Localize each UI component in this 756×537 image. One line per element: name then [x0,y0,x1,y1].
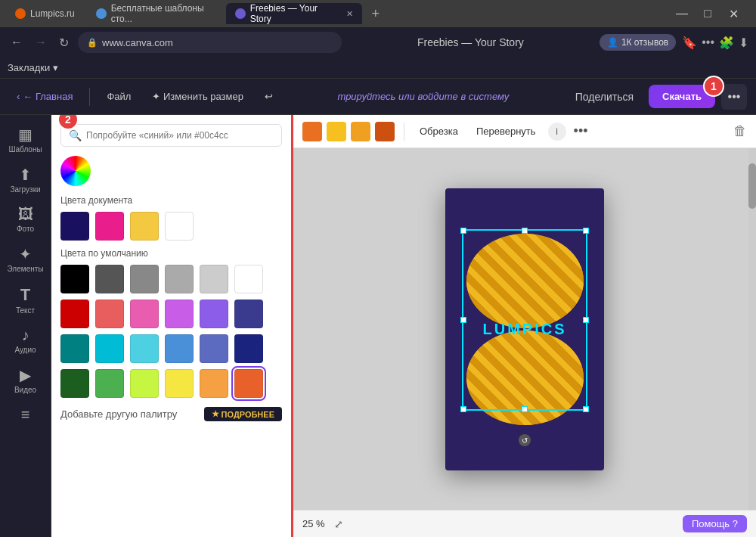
color-white[interactable] [234,265,263,293]
color-red[interactable] [60,300,89,328]
tab-canva[interactable]: Freebies — Your Story ✕ [226,3,362,24]
tab-lumpics[interactable]: Lumpics.ru [6,3,84,24]
sidebar-item-uploads[interactable]: ⬆ Загрузки [3,161,48,198]
info-button[interactable]: i [548,123,566,141]
color-indigo[interactable] [200,334,228,363]
doc-color-3[interactable] [130,212,159,241]
share-label: Поделиться [575,91,634,103]
back-button[interactable]: ← [8,33,26,52]
canvas-scrollbar-thumb[interactable] [748,163,756,209]
tab-close-3[interactable]: ✕ [346,9,353,19]
canvas-swatch-1[interactable] [302,122,322,141]
canvas-swatch-2[interactable] [327,122,346,141]
flip-button[interactable]: Перевернуть [470,123,542,140]
tab-label-1: Lumpics.ru [30,8,75,19]
color-teal[interactable] [60,334,89,363]
color-dark-blue[interactable] [234,300,263,328]
color-sky-blue[interactable] [165,334,194,363]
canvas-scrollbar[interactable] [748,148,756,510]
url-box[interactable]: 🔒 www.canva.com [78,32,342,53]
share-button[interactable]: Поделиться [566,86,643,107]
sidebar-item-elements[interactable]: ✦ Элементы [3,241,48,278]
sidebar-item-photos[interactable]: 🖼 Фото [3,201,48,237]
design-canvas[interactable]: LUMPICS [445,188,604,470]
sidebar-item-video[interactable]: ▶ Видео [3,362,48,399]
canvas-more-button[interactable]: ••• [574,123,588,139]
color-black[interactable] [60,265,89,293]
forward-button[interactable]: → [32,33,50,52]
extensions-icon[interactable]: 🧩 [719,36,734,50]
color-hot-pink[interactable] [130,300,159,328]
resize-label: ✦ Изменить размер [152,91,243,102]
color-dark-gray[interactable] [95,265,124,293]
more-options-icon[interactable]: ••• [702,36,714,50]
color-dark-green[interactable] [60,369,89,398]
file-button[interactable]: Файл [99,86,138,107]
color-search-input[interactable] [86,130,274,141]
color-yellow[interactable] [165,369,194,398]
canvas-toolbar: Обрезка Перевернуть i ••• 🗑 [293,115,756,148]
delete-button[interactable]: 🗑 [733,123,747,139]
sidebar-item-templates[interactable]: ▦ Шаблоны [3,121,48,158]
resize-button[interactable]: ✦ Изменить размер [144,86,251,107]
canvas-bottom-bar: 25 % ⤢ Помощь ? [293,510,756,537]
color-gray[interactable] [130,265,159,293]
tab-templates[interactable]: Бесплатные шаблоны сто... [87,3,223,24]
sidebar-item-audio[interactable]: ♪ Аудио [3,322,48,359]
reviews-icon: 👤 [607,37,618,48]
color-light-cyan[interactable] [130,334,159,363]
expand-button[interactable]: ⤢ [334,518,343,530]
doc-color-2[interactable] [95,212,124,241]
color-medium-gray[interactable] [165,265,194,293]
color-cyan[interactable] [95,334,124,363]
tab-label-3: Freebies — Your Story [250,3,339,24]
elements-icon: ✦ [19,245,32,263]
help-button[interactable]: Помощь ? [683,515,747,532]
color-orchid[interactable] [165,300,194,328]
browser-maximize-button[interactable]: □ [697,3,718,24]
crop-button[interactable]: Обрезка [414,123,464,140]
reload-button[interactable]: ↻ [56,33,72,53]
color-green[interactable] [95,369,124,398]
toolbar-separator-1 [89,88,90,106]
browser-close-button[interactable]: ✕ [723,3,744,24]
color-medium-purple[interactable] [200,300,228,328]
text-icon: T [20,285,30,305]
color-yellow-green[interactable] [130,369,159,398]
color-amber[interactable] [200,369,228,398]
reviews-button[interactable]: 👤 1К отзывов [600,34,676,51]
bookmark-icon[interactable]: 🔖 [682,36,697,50]
more-details-button[interactable]: ★ ПОДРОБНЕЕ [204,407,282,421]
more-options-button[interactable]: ••• [721,84,747,110]
rainbow-color-picker[interactable] [60,156,91,186]
trial-link[interactable]: трируйтесь или войдите в систему [287,91,560,102]
new-tab-button[interactable]: + [365,3,386,24]
color-search-box[interactable]: 🔍 [60,124,282,147]
tab-favicon-1 [15,8,26,19]
video-icon: ▶ [20,366,31,384]
back-home-button[interactable]: ‹ ← Главная [9,86,80,107]
download-icon[interactable]: ⬇ [739,36,748,50]
color-panel: 2 🔍 Цвета документа Цвета по умолчанию [51,115,293,537]
color-orange[interactable] [234,369,263,398]
sidebar-item-text[interactable]: T Текст [3,281,48,319]
home-label: ← Главная [23,91,73,102]
undo-button[interactable]: ↩ [257,86,280,107]
canvas-swatch-4[interactable] [375,122,395,141]
doc-color-1[interactable] [60,212,89,241]
add-palette-row: Добавьте другую палитру ★ ПОДРОБНЕЕ [60,407,282,421]
help-label: Помощь ? [692,518,738,529]
lumpics-text: LUMPICS [483,321,567,338]
rotate-handle[interactable]: ↺ [519,434,531,446]
browser-minimize-button[interactable]: — [671,3,692,24]
color-salmon[interactable] [95,300,124,328]
audio-icon: ♪ [22,327,29,344]
canvas-swatch-3[interactable] [351,122,370,141]
color-light-gray[interactable] [200,265,228,293]
color-navy[interactable] [234,334,263,363]
download-label: Скачать [662,91,702,102]
tab-label-2: Бесплатные шаблоны сто... [111,3,214,24]
sidebar-item-more[interactable]: ≡ [3,402,48,428]
bookmarks-label[interactable]: Закладки ▾ [8,62,58,73]
doc-color-4[interactable] [165,212,194,241]
